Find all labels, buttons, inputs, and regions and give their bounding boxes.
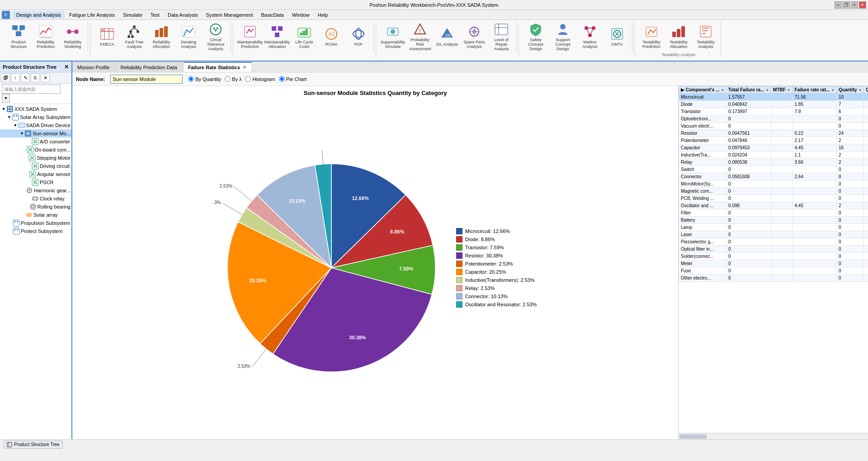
panel-tool-1[interactable]: 🗐 bbox=[1, 73, 10, 82]
radio-by-quantity[interactable]: By Quantity bbox=[188, 76, 221, 82]
menu-basicdata[interactable]: BasicData bbox=[258, 11, 288, 19]
table-row[interactable]: Resistor0.00475610.2224 bbox=[679, 130, 868, 137]
table-row[interactable]: Capacitor0.09794534.4516 bbox=[679, 144, 868, 152]
col-component[interactable]: ▶ Component's ... ▼ bbox=[679, 86, 726, 94]
restore-btn[interactable]: ❐ bbox=[843, 1, 850, 9]
tree-item-5[interactable]: A/D converter bbox=[0, 138, 71, 146]
tree-item-11[interactable]: Harmonic gear... bbox=[0, 186, 71, 195]
table-row[interactable]: MicroMotor(Sy...00 bbox=[679, 181, 868, 188]
tree-item-9[interactable]: Angular sensor bbox=[0, 170, 71, 178]
node-name-input[interactable] bbox=[110, 75, 183, 84]
tab-close-failure-rate[interactable]: ✕ bbox=[242, 65, 247, 70]
table-hscroll[interactable] bbox=[679, 433, 868, 439]
tab-failure-rate-statistics[interactable]: Failure Rate Statistics ✕ bbox=[183, 62, 252, 72]
table-row[interactable]: Relay0.0805383.662 bbox=[679, 159, 868, 166]
tree-item-6[interactable]: On-board com... bbox=[0, 146, 71, 154]
tree-expand-15[interactable] bbox=[7, 220, 13, 226]
search-dropdown[interactable]: ▼ bbox=[2, 94, 10, 103]
table-row[interactable]: Transistor0.1739977.96 bbox=[679, 108, 868, 115]
ribbon-btn-omta[interactable]: OMTA bbox=[604, 22, 630, 52]
ribbon-btn-lora[interactable]: Level of Repair Analysis bbox=[488, 22, 514, 52]
tree-item-12[interactable]: Clock relay bbox=[0, 195, 71, 203]
panel-tool-3[interactable]: ✎ bbox=[21, 73, 30, 82]
menu-system-mgmt[interactable]: System Management bbox=[203, 11, 257, 19]
tree-item-7[interactable]: Stepping Motor bbox=[0, 154, 71, 162]
panel-close-icon[interactable]: ✕ bbox=[64, 64, 69, 70]
tree-item-16[interactable]: Protect Subsystem bbox=[0, 227, 71, 235]
col-quantity[interactable]: Quantity ▼ bbox=[837, 86, 864, 94]
col-mtbf[interactable]: MTBF ▼ bbox=[771, 86, 793, 94]
table-row[interactable]: PCB, Welding ...00 bbox=[679, 195, 868, 202]
table-row[interactable]: Battery00 bbox=[679, 217, 868, 224]
radio-by-lambda[interactable]: By λ bbox=[225, 76, 241, 82]
tree-expand-3[interactable]: ▼ bbox=[13, 123, 18, 128]
radio-pie-chart-input[interactable] bbox=[279, 76, 285, 82]
table-row[interactable]: Connector0.05816082.648 bbox=[679, 173, 868, 181]
tree-expand-8[interactable] bbox=[26, 163, 32, 169]
table-row[interactable]: Fuse00 bbox=[679, 267, 868, 275]
radio-by-lambda-input[interactable] bbox=[225, 76, 231, 82]
ribbon-btn-maint-allocation[interactable]: Maintainability Allocation bbox=[264, 22, 290, 52]
ribbon-btn-markov[interactable]: Markov Analysis bbox=[577, 22, 603, 52]
radio-by-quantity-input[interactable] bbox=[188, 76, 194, 82]
tree-item-13[interactable]: Rolling bearing bbox=[0, 203, 71, 211]
ribbon-btn-fmeca[interactable]: FMECA bbox=[94, 22, 120, 52]
tree-expand-12[interactable] bbox=[26, 196, 32, 201]
tree-expand-4[interactable]: ▼ bbox=[19, 131, 25, 136]
ribbon-btn-testability-prediction[interactable]: Testability Prediction bbox=[638, 22, 665, 52]
col-qua[interactable]: Qua ▼ bbox=[864, 86, 868, 94]
ribbon-btn-reliability-prediction[interactable]: Reliability Prediction bbox=[33, 22, 59, 52]
table-row[interactable]: Laser00 bbox=[679, 231, 868, 238]
tab-reliability-prediction-data[interactable]: Reliability Prediction Data bbox=[116, 62, 182, 72]
table-row[interactable]: Filter00 bbox=[679, 209, 868, 217]
tree-expand-9[interactable] bbox=[24, 171, 29, 177]
ribbon-btn-circuit-tolerance[interactable]: Circuit Tolerance Analysis bbox=[203, 22, 229, 52]
tree-expand-11[interactable] bbox=[22, 188, 26, 193]
table-row[interactable]: Lamp00 bbox=[679, 224, 868, 231]
table-row[interactable]: Solder(connec...00 bbox=[679, 253, 868, 260]
ribbon-btn-rcma[interactable]: RC RCMA bbox=[318, 22, 344, 52]
tree-item-4[interactable]: ▼Sun-sensor Mo... bbox=[0, 129, 71, 138]
ribbon-btn-support-concept[interactable]: Support Concept Design bbox=[550, 22, 576, 52]
tree-expand-2[interactable]: ▼ bbox=[7, 114, 12, 120]
minimize-btn[interactable]: ─ bbox=[835, 1, 842, 9]
radio-pie-chart[interactable]: Pie Chart bbox=[279, 76, 307, 82]
tree-expand-5[interactable] bbox=[26, 139, 32, 144]
col-failure-rate[interactable]: Failure rate rat... ▼ bbox=[793, 86, 837, 94]
tree-expand-6[interactable] bbox=[22, 147, 27, 152]
tree-expand-13[interactable] bbox=[24, 204, 29, 209]
table-row[interactable]: Diode0.0408421.857 bbox=[679, 101, 868, 108]
menu-design-analysis[interactable]: Design and Analysis bbox=[13, 11, 65, 19]
tree-expand-16[interactable] bbox=[7, 228, 13, 234]
close-btn[interactable]: ✕ bbox=[859, 1, 866, 9]
table-row[interactable]: Other electro...00 bbox=[679, 275, 868, 282]
ribbon-btn-spare-parts[interactable]: Spare Parts Analysis bbox=[461, 22, 487, 52]
tree-expand-10[interactable] bbox=[26, 180, 32, 185]
col-total-failure[interactable]: Total Failure ra... ▼ bbox=[726, 86, 771, 94]
ribbon-btn-maint-prediction[interactable]: Maintainability Prediction bbox=[237, 22, 263, 52]
tree-expand-1[interactable]: ▼ bbox=[1, 106, 6, 112]
panel-tool-4[interactable]: ⎘ bbox=[31, 73, 40, 82]
ribbon-btn-fault-tree[interactable]: Fault Tree Analysis bbox=[121, 22, 147, 52]
maximize-btn[interactable]: + bbox=[851, 1, 858, 9]
status-panel-btn[interactable]: Product Structure Tree bbox=[4, 441, 63, 449]
tree-item-15[interactable]: Propulsion Subsystem bbox=[0, 219, 71, 227]
tree-item-8[interactable]: Driving circuit bbox=[0, 162, 71, 170]
table-row[interactable]: Switch00 bbox=[679, 166, 868, 173]
ribbon-btn-sil[interactable]: SIL SIL Analysis bbox=[434, 22, 460, 52]
table-row[interactable]: Magnetic com...00 bbox=[679, 188, 868, 195]
table-row[interactable]: Potentiometer0.0478462.172 bbox=[679, 137, 868, 144]
tree-expand-7[interactable] bbox=[24, 155, 29, 161]
radio-histogram-input[interactable] bbox=[245, 76, 251, 82]
ribbon-btn-safety-concept[interactable]: Safety Concept Design bbox=[523, 22, 549, 52]
ribbon-btn-supportability[interactable]: Supportability Simulate bbox=[380, 22, 406, 52]
table-row[interactable]: Optical fiber in...00 bbox=[679, 246, 868, 253]
table-row[interactable]: Oscillator and ...0.0984.452 bbox=[679, 202, 868, 209]
ribbon-btn-testability-allocation[interactable]: Testability Allocation bbox=[665, 22, 692, 52]
ribbon-btn-probability-risk[interactable]: ! Probability Risk Assessment bbox=[407, 22, 433, 52]
ribbon-btn-reliability-modeling[interactable]: Reliability Modeling bbox=[60, 22, 86, 52]
tree-item-14[interactable]: Solar array bbox=[0, 211, 71, 219]
menu-data-analysis[interactable]: Data Analysis bbox=[164, 11, 202, 19]
table-row[interactable]: Optoelectroni...00 bbox=[679, 115, 868, 123]
table-row[interactable]: Meter00 bbox=[679, 260, 868, 267]
